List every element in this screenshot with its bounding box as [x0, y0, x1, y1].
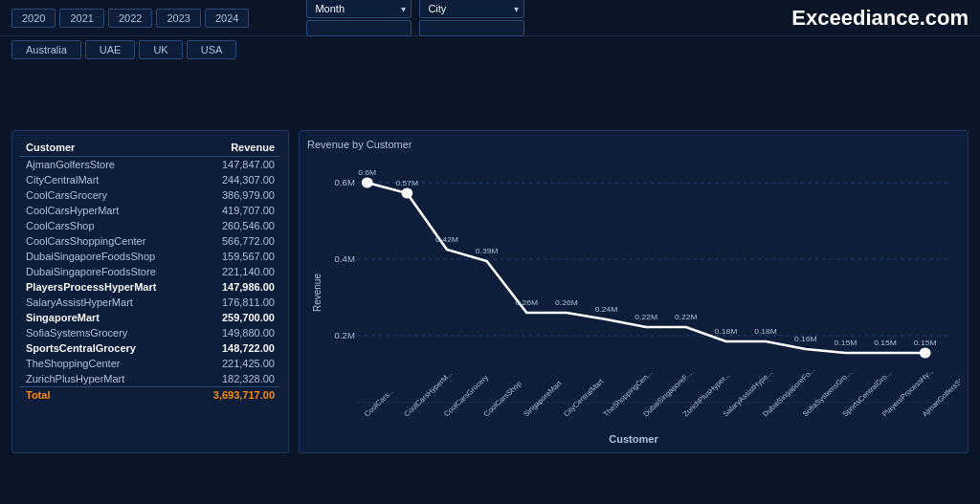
country-filters: Australia UAE UK USA: [0, 36, 980, 63]
year-btn-2020[interactable]: 2020: [11, 9, 56, 28]
svg-text:0.6M: 0.6M: [335, 178, 355, 187]
y-axis-label: Revenue: [312, 274, 323, 312]
city-dropdown-wrapper: City: [419, 0, 524, 18]
customer-name: CoolCarsShop: [20, 218, 192, 233]
customer-name: ZurichPlusHyperMart: [20, 371, 192, 387]
customer-name: CityCentralMart: [20, 172, 192, 187]
customer-name: SofiaSystemsGrocery: [20, 325, 192, 340]
svg-text:0.24M: 0.24M: [595, 305, 618, 314]
table-row: TheShoppingCenter221,425.00: [20, 356, 280, 371]
month-select[interactable]: Month: [306, 0, 412, 18]
table-row: SingaporeMart259,700.00: [20, 310, 280, 325]
customer-name: TheShoppingCenter: [20, 356, 192, 371]
city-select[interactable]: City: [419, 0, 524, 18]
chart-container: Revenue 0.6M 0.4M 0.2M: [307, 154, 960, 431]
customer-revenue: 259,700.00: [192, 310, 280, 325]
svg-text:0.22M: 0.22M: [675, 313, 698, 321]
svg-text:0.22M: 0.22M: [635, 313, 657, 321]
year-filters: 2020 2021 2022 2023 2024: [11, 9, 249, 28]
month-dropdown-wrapper: Month: [306, 0, 412, 18]
svg-text:SingaporeMart: SingaporeMart: [522, 379, 564, 418]
customer-revenue: 147,986.00: [192, 279, 280, 295]
customer-name: CoolCarsHyperMart: [20, 203, 192, 218]
line-chart-svg: 0.6M 0.4M 0.2M 0.6M 0.57M 0.42M 0.39M 0.…: [326, 154, 960, 431]
table-row: CoolCarsHyperMart419,707.00: [20, 203, 280, 218]
dropdowns: Month City: [306, 0, 524, 36]
table-row: CityCentralMart244,307.00: [20, 172, 280, 187]
table-row: SalaryAssistHyperMart176,811.00: [20, 295, 280, 310]
y-axis-container: Revenue: [307, 154, 326, 431]
table-row: CoolCarsShoppingCenter566,772.00: [20, 233, 280, 249]
customer-revenue: 260,546.00: [192, 218, 280, 233]
customer-revenue: 386,979.00: [192, 187, 280, 203]
city-dropdown-group: City: [419, 0, 524, 36]
year-btn-2024[interactable]: 2024: [205, 9, 249, 28]
customer-revenue: 566,772.00: [192, 233, 280, 249]
table-row: SofiaSystemsGrocery149,880.00: [20, 325, 280, 340]
country-btn-australia[interactable]: Australia: [11, 40, 81, 59]
customer-revenue: 176,811.00: [192, 295, 280, 310]
svg-text:0.15M: 0.15M: [835, 339, 858, 347]
country-btn-uae[interactable]: UAE: [85, 40, 136, 59]
svg-text:0.26M: 0.26M: [555, 298, 578, 307]
table-row: DubaiSingaporeFoodsStore221,140.00: [20, 264, 280, 279]
city-input[interactable]: [419, 20, 524, 36]
svg-text:0.4M: 0.4M: [335, 254, 355, 264]
country-btn-uk[interactable]: UK: [139, 40, 182, 59]
customer-revenue: 147,847.00: [192, 157, 280, 173]
customer-revenue: 221,140.00: [192, 264, 280, 279]
table-row: PlayersProcessHyperMart147,986.00: [20, 279, 280, 295]
table-row: CoolCarsShop260,546.00: [20, 218, 280, 233]
x-axis-label: Customer: [307, 433, 960, 445]
customer-revenue: 148,722.00: [192, 340, 280, 356]
svg-text:0.18M: 0.18M: [715, 327, 738, 336]
table-row: AjmanGolfersStore147,847.00: [20, 157, 280, 173]
col-revenue-header: Revenue: [192, 139, 280, 157]
table-row: ZurichPlusHyperMart182,328.00: [20, 371, 280, 387]
customer-revenue: 419,707.00: [192, 203, 280, 218]
header: 2020 2021 2022 2023 2024 Month City Exce…: [0, 0, 980, 36]
year-btn-2021[interactable]: 2021: [59, 9, 103, 28]
svg-text:0.42M: 0.42M: [435, 235, 458, 244]
svg-point-7: [362, 178, 372, 187]
brand-logo: Exceediance.com: [791, 6, 969, 31]
total-row: Total3,693,717.00: [20, 387, 280, 404]
customer-revenue: 149,880.00: [192, 325, 280, 340]
svg-text:0.26M: 0.26M: [515, 298, 538, 307]
svg-text:0.57M: 0.57M: [395, 179, 418, 187]
svg-text:0.6M: 0.6M: [358, 168, 376, 177]
total-label: Total: [20, 387, 192, 404]
col-customer-header: Customer: [20, 139, 192, 157]
customer-table-panel: Customer Revenue AjmanGolfersStore147,84…: [11, 130, 289, 453]
customer-revenue: 159,567.00: [192, 249, 280, 264]
chart-title: Revenue by Customer: [307, 139, 960, 150]
customer-name: SportsCentralGrocery: [20, 340, 192, 356]
svg-point-9: [920, 348, 930, 358]
customer-name: CoolCarsShoppingCenter: [20, 233, 192, 249]
svg-text:0.15M: 0.15M: [874, 339, 897, 347]
table-row: DubaiSingaporeFoodsShop159,567.00: [20, 249, 280, 264]
country-btn-usa[interactable]: USA: [187, 40, 237, 59]
year-btn-2023[interactable]: 2023: [156, 9, 200, 28]
customer-name: DubaiSingaporeFoodsShop: [20, 249, 192, 264]
main-content: Customer Revenue AjmanGolfersStore147,84…: [0, 121, 980, 463]
svg-text:0.16M: 0.16M: [794, 335, 817, 343]
customer-name: DubaiSingaporeFoodsStore: [20, 264, 192, 279]
svg-text:CityCentralMart: CityCentralMart: [562, 377, 606, 419]
customer-name: AjmanGolfersStore: [20, 157, 192, 173]
table-row: SportsCentralGrocery148,722.00: [20, 340, 280, 356]
svg-text:0.18M: 0.18M: [754, 327, 777, 336]
customer-name: SalaryAssistHyperMart: [20, 295, 192, 310]
table-row: CoolCarsGrocery386,979.00: [20, 187, 280, 203]
svg-text:0.39M: 0.39M: [476, 247, 499, 255]
year-btn-2022[interactable]: 2022: [108, 9, 152, 28]
month-dropdown-group: Month: [306, 0, 412, 36]
customer-name: PlayersProcessHyperMart: [20, 279, 192, 295]
chart-panel: Revenue by Customer Revenue 0.6M 0.4M 0.…: [299, 130, 969, 453]
svg-text:0.15M: 0.15M: [914, 339, 937, 347]
month-input[interactable]: [306, 20, 412, 36]
customer-name: CoolCarsGrocery: [20, 187, 192, 203]
total-value: 3,693,717.00: [192, 387, 280, 404]
customer-name: SingaporeMart: [20, 310, 192, 325]
svg-point-8: [402, 188, 412, 198]
